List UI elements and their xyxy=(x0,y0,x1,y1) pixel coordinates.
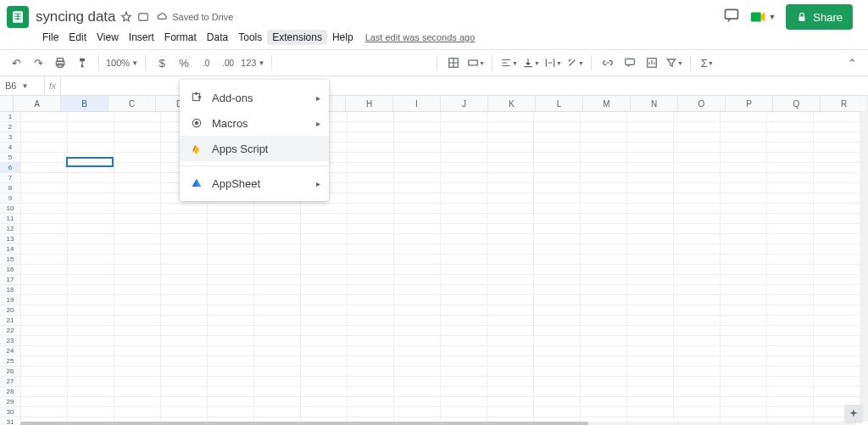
column-header[interactable]: J xyxy=(441,96,488,111)
row-header[interactable]: 12 xyxy=(0,224,21,233)
row-header[interactable]: 21 xyxy=(0,316,21,325)
row-header[interactable]: 26 xyxy=(0,366,21,376)
row-header[interactable]: 23 xyxy=(0,336,21,345)
menu-tools[interactable]: Tools xyxy=(233,30,267,45)
row-header[interactable]: 22 xyxy=(0,326,21,335)
move-icon[interactable] xyxy=(137,11,149,23)
column-header[interactable]: B xyxy=(61,96,108,111)
explore-button[interactable] xyxy=(844,405,863,423)
menu-item-apps-script[interactable]: Apps Script xyxy=(180,136,329,161)
redo-button[interactable]: ↷ xyxy=(29,53,47,73)
row-header[interactable]: 27 xyxy=(0,377,21,386)
row-header[interactable]: 17 xyxy=(0,275,21,284)
paint-format-button[interactable] xyxy=(73,53,92,73)
column-header[interactable]: K xyxy=(488,96,536,111)
row-header[interactable]: 14 xyxy=(0,244,21,254)
menu-file[interactable]: File xyxy=(37,30,64,45)
row-header[interactable]: 31 xyxy=(0,417,21,425)
row-header[interactable]: 6 xyxy=(0,163,21,172)
row-header[interactable]: 5 xyxy=(0,153,21,162)
row-header[interactable]: 18 xyxy=(0,285,21,294)
currency-button[interactable]: $ xyxy=(153,53,171,73)
column-header[interactable]: P xyxy=(726,96,773,111)
row-header[interactable]: 3 xyxy=(0,132,21,142)
menu-help[interactable]: Help xyxy=(327,30,359,45)
row-header[interactable]: 19 xyxy=(0,295,21,305)
valign-button[interactable]: ▼ xyxy=(521,53,540,73)
filter-button[interactable]: ▼ xyxy=(665,53,683,73)
row-header[interactable]: 11 xyxy=(0,214,21,223)
menu-data[interactable]: Data xyxy=(202,30,233,45)
row-header[interactable]: 8 xyxy=(0,183,21,193)
row-header[interactable]: 13 xyxy=(0,234,21,243)
rotate-button[interactable]: ▼ xyxy=(565,53,584,73)
functions-button[interactable]: Σ▼ xyxy=(698,53,716,73)
column-header[interactable]: C xyxy=(108,96,156,111)
select-all-corner[interactable] xyxy=(0,96,14,111)
number-format-select[interactable]: 123▼ xyxy=(241,58,264,68)
row-header[interactable]: 15 xyxy=(0,254,21,264)
document-title[interactable]: syncing data xyxy=(36,8,115,25)
row-header[interactable]: 16 xyxy=(0,265,21,274)
menu-format[interactable]: Format xyxy=(159,30,202,45)
undo-button[interactable]: ↶ xyxy=(7,53,25,73)
chevron-down-icon: ▼ xyxy=(556,60,562,66)
increase-decimal-button[interactable]: .00 xyxy=(219,53,237,73)
row-header[interactable]: 1 xyxy=(0,112,21,121)
halign-button[interactable]: ▼ xyxy=(499,53,518,73)
column-header[interactable]: O xyxy=(678,96,726,111)
row-header[interactable]: 7 xyxy=(0,173,21,182)
row-header[interactable]: 24 xyxy=(0,346,21,355)
vertical-scrollbar[interactable] xyxy=(860,111,868,422)
link-button[interactable] xyxy=(598,53,617,73)
column-header[interactable]: H xyxy=(346,96,393,111)
zoom-select[interactable]: 100%▼ xyxy=(106,58,138,68)
collapse-toolbar-button[interactable]: ⌃ xyxy=(843,53,861,73)
menu-view[interactable]: View xyxy=(92,30,124,45)
name-box-value: B6 xyxy=(5,81,16,91)
row-header[interactable]: 2 xyxy=(0,122,21,131)
chart-button[interactable] xyxy=(643,53,661,73)
star-icon[interactable] xyxy=(120,11,132,23)
column-header[interactable]: R xyxy=(821,96,868,111)
print-button[interactable] xyxy=(51,53,70,73)
row-header[interactable]: 4 xyxy=(0,143,21,152)
name-box[interactable]: B6 ▼ xyxy=(0,81,44,91)
last-edit-link[interactable]: Last edit was seconds ago xyxy=(365,32,476,42)
menu-item-add-ons[interactable]: Add-ons▸ xyxy=(180,85,329,110)
horizontal-scrollbar[interactable] xyxy=(20,422,856,425)
meet-button[interactable]: ▼ xyxy=(750,7,776,27)
formula-bar: B6 ▼ fx xyxy=(0,76,868,96)
menu-item-appsheet[interactable]: AppSheet▸ xyxy=(180,171,329,196)
menu-item-macros[interactable]: Macros▸ xyxy=(180,110,329,136)
wrap-button[interactable]: ▼ xyxy=(543,53,562,73)
column-header[interactable]: N xyxy=(631,96,678,111)
row-header[interactable]: 20 xyxy=(0,305,21,315)
merge-button[interactable]: ▼ xyxy=(466,53,485,73)
row-header[interactable]: 10 xyxy=(0,204,21,213)
column-header[interactable]: M xyxy=(583,96,631,111)
row-header[interactable]: 30 xyxy=(0,407,21,417)
row-header[interactable]: 25 xyxy=(0,356,21,366)
column-header[interactable]: Q xyxy=(773,96,821,111)
column-header[interactable]: A xyxy=(14,96,61,111)
column-header[interactable]: L xyxy=(536,96,583,111)
comment-button[interactable] xyxy=(620,53,639,73)
borders-button[interactable] xyxy=(444,53,463,73)
row-header[interactable]: 29 xyxy=(0,397,21,406)
row-header[interactable]: 9 xyxy=(0,193,21,203)
menu-extensions[interactable]: Extensions xyxy=(267,30,327,45)
scrollbar-thumb[interactable] xyxy=(20,422,588,425)
percent-button[interactable]: % xyxy=(175,53,193,73)
column-header[interactable]: I xyxy=(393,96,441,111)
sheets-logo[interactable] xyxy=(7,6,29,28)
menu-insert[interactable]: Insert xyxy=(124,30,159,45)
drive-status[interactable]: Saved to Drive xyxy=(157,11,233,23)
row-header[interactable]: 28 xyxy=(0,387,21,396)
comment-history-icon[interactable] xyxy=(723,7,740,27)
share-button[interactable]: Share xyxy=(786,4,853,30)
decrease-decimal-button[interactable]: .0 xyxy=(197,53,215,73)
spreadsheet-grid[interactable]: ABCDEFGHIJKLMNOPQR 123456789101112131415… xyxy=(0,96,868,425)
chevron-down-icon: ▼ xyxy=(708,60,714,66)
menu-edit[interactable]: Edit xyxy=(64,30,92,45)
